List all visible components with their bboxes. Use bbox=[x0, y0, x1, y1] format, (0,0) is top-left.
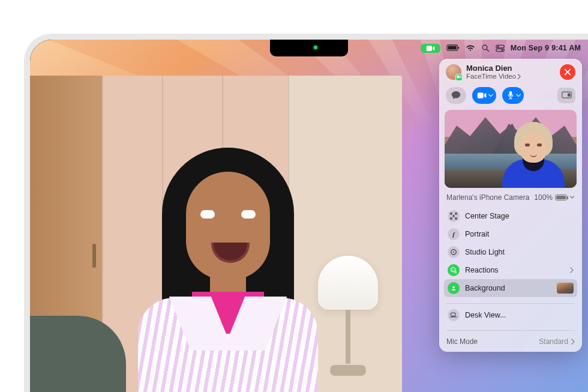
remote-video-feed bbox=[30, 76, 402, 392]
mic-toggle-button[interactable] bbox=[502, 87, 524, 104]
option-center-stage[interactable]: Center Stage bbox=[444, 207, 577, 225]
svg-point-23 bbox=[452, 269, 452, 270]
background-thumbnail bbox=[557, 283, 574, 294]
divider bbox=[446, 303, 575, 304]
svg-point-4 bbox=[482, 45, 487, 50]
svg-rect-0 bbox=[426, 46, 431, 51]
svg-rect-14 bbox=[568, 94, 571, 97]
wifi-icon[interactable] bbox=[466, 44, 475, 52]
svg-rect-11 bbox=[478, 92, 484, 98]
messages-button[interactable] bbox=[446, 87, 466, 104]
studio-light-icon bbox=[448, 246, 460, 258]
svg-point-9 bbox=[501, 49, 503, 51]
share-screen-button[interactable] bbox=[557, 88, 575, 103]
control-center-icon[interactable] bbox=[496, 44, 505, 52]
option-studio-light[interactable]: Studio Light bbox=[444, 243, 577, 261]
desk-view-icon bbox=[448, 309, 460, 321]
camera-in-use-indicator[interactable] bbox=[421, 44, 440, 53]
background-icon bbox=[448, 282, 460, 294]
reactions-icon bbox=[448, 264, 460, 276]
svg-point-21 bbox=[453, 252, 454, 253]
center-stage-icon bbox=[448, 210, 460, 222]
call-type-link[interactable]: FaceTime Video bbox=[466, 73, 555, 80]
end-call-button[interactable] bbox=[560, 64, 575, 80]
facetime-badge-icon bbox=[455, 74, 463, 81]
svg-rect-15 bbox=[451, 213, 452, 214]
mic-mode-label: Mic Mode bbox=[446, 337, 478, 346]
svg-rect-10 bbox=[457, 76, 460, 79]
option-portrait[interactable]: f Portrait bbox=[444, 225, 577, 243]
mic-mode-value: Standard bbox=[539, 337, 568, 346]
chevron-down-icon bbox=[515, 92, 521, 98]
option-desk-view[interactable]: Desk View... bbox=[444, 306, 577, 324]
battery-menu-icon[interactable] bbox=[446, 44, 460, 52]
menu-bar-clock[interactable]: Mon Sep 99:41 AM bbox=[511, 44, 581, 52]
chevron-right-icon bbox=[571, 339, 575, 345]
svg-rect-2 bbox=[448, 46, 456, 50]
chevron-down-icon bbox=[488, 92, 494, 98]
svg-line-5 bbox=[487, 49, 489, 52]
option-background[interactable]: Background bbox=[444, 279, 577, 297]
svg-rect-27 bbox=[451, 313, 456, 316]
portrait-icon: f bbox=[448, 228, 460, 240]
camera-battery-percent: 100% bbox=[534, 193, 553, 202]
camera-source-label: Marlena's iPhone Camera bbox=[446, 193, 529, 202]
battery-icon bbox=[555, 194, 567, 201]
svg-rect-3 bbox=[458, 47, 459, 49]
local-participant bbox=[500, 119, 566, 188]
svg-point-7 bbox=[497, 46, 499, 47]
svg-rect-12 bbox=[509, 91, 512, 96]
chevron-down-icon bbox=[569, 194, 575, 200]
svg-rect-18 bbox=[455, 218, 457, 219]
spotlight-icon[interactable] bbox=[481, 44, 490, 52]
camera-source-row[interactable]: Marlena's iPhone Camera 100% bbox=[439, 189, 582, 206]
facetime-controls-panel: Monica Dien FaceTime Video bbox=[439, 59, 582, 352]
caller-name: Monica Dien bbox=[466, 64, 555, 73]
chevron-right-icon bbox=[569, 267, 574, 273]
divider bbox=[446, 330, 575, 331]
svg-point-19 bbox=[453, 215, 454, 216]
svg-point-24 bbox=[454, 269, 454, 270]
menu-bar: Mon Sep 99:41 AM bbox=[30, 40, 588, 56]
option-reactions[interactable]: Reactions bbox=[444, 261, 577, 279]
remote-participant bbox=[120, 124, 336, 392]
mic-mode-row[interactable]: Mic Mode Standard bbox=[439, 333, 582, 352]
camera-toggle-button[interactable] bbox=[472, 87, 496, 104]
svg-point-26 bbox=[452, 286, 455, 289]
svg-rect-17 bbox=[451, 218, 452, 219]
svg-rect-16 bbox=[455, 213, 457, 214]
caller-avatar[interactable] bbox=[446, 64, 461, 80]
self-video-preview[interactable] bbox=[445, 110, 577, 188]
